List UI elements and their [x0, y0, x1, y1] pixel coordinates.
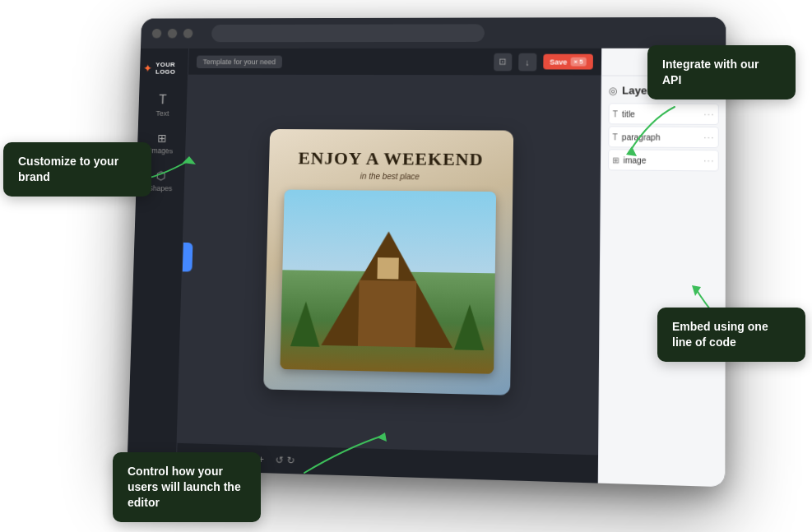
layer-image-left: ⊞ image: [612, 155, 646, 164]
canvas-area: Template for your need ⊡ ↓ Save × 5 ENJO…: [177, 49, 602, 483]
editor-container: ✦ YOUR LOGO T Text ⊞ Images ⬡ Shapes Tem…: [127, 49, 726, 488]
layer-title-left: T title: [613, 109, 635, 118]
save-button[interactable]: Save × 5: [543, 54, 593, 70]
browser-titlebar: [141, 17, 726, 49]
template-pill: Template for your need: [197, 55, 282, 68]
text-label: Text: [155, 109, 169, 118]
canvas-subtitle: in the best place: [360, 172, 420, 182]
callout-customize: Customize to your brand: [3, 142, 151, 197]
callout-api-text: Integrate with our API: [662, 58, 759, 86]
screen-icon[interactable]: ⊡: [494, 53, 512, 71]
redo-icon[interactable]: ↻: [286, 454, 295, 465]
logo-text: YOUR LOGO: [155, 61, 185, 75]
layer-title-name: title: [622, 109, 635, 118]
cabin-window: [375, 256, 400, 280]
layer-image-name: image: [624, 155, 647, 164]
layer-item-paragraph[interactable]: T paragraph ···: [608, 126, 719, 148]
layers-icon: ◎: [609, 85, 617, 96]
shapes-label: Shapes: [148, 184, 173, 192]
right-panel: ◎ Layers ∧ T title ··· T paragraph: [598, 49, 726, 488]
layer-title-type-icon: T: [613, 109, 618, 118]
callout-api: Integrate with our API: [647, 45, 796, 99]
browser-window: ✦ YOUR LOGO T Text ⊞ Images ⬡ Shapes Tem…: [127, 17, 726, 487]
design-canvas: ENJOY A WEEKEND in the best place: [263, 129, 513, 396]
layer-image-type-icon: ⊞: [612, 155, 619, 164]
logo-area: ✦ YOUR LOGO: [140, 57, 188, 81]
canvas-image: [280, 190, 496, 374]
layer-paragraph-type-icon: T: [612, 132, 617, 141]
text-icon: T: [159, 93, 167, 107]
cabin-front: [358, 280, 416, 348]
layer-title-options[interactable]: ···: [703, 109, 714, 120]
shapes-icon: ⬡: [155, 169, 165, 183]
layer-item-image[interactable]: ⊞ image ···: [608, 149, 719, 171]
canvas-content: ENJOY A WEEKEND in the best place: [178, 76, 601, 455]
canvas-handle[interactable]: [181, 243, 193, 272]
window-dot-3: [183, 29, 193, 39]
save-count: × 5: [570, 58, 587, 67]
tree-right: [454, 304, 485, 350]
layer-image-options[interactable]: ···: [703, 155, 714, 166]
layer-paragraph-name: paragraph: [622, 132, 661, 141]
callout-embed-text: Embed using one line of code: [672, 320, 768, 349]
images-label: Images: [150, 146, 174, 155]
undo-redo-group: ↺ ↻: [276, 454, 295, 466]
layer-item-title[interactable]: T title ···: [609, 103, 719, 125]
undo-icon[interactable]: ↺: [276, 454, 284, 465]
callout-embed: Embed using one line of code: [657, 308, 805, 362]
callout-launch: Control how your users will launch the e…: [113, 452, 261, 522]
layer-paragraph-left: T paragraph: [612, 132, 660, 141]
layer-paragraph-options[interactable]: ···: [703, 132, 714, 143]
canvas-title: ENJOY A WEEKEND: [298, 149, 483, 170]
logo-icon: ✦: [143, 62, 153, 74]
tree-left: [290, 301, 321, 347]
callout-customize-text: Customize to your brand: [18, 155, 118, 183]
images-icon: ⊞: [157, 132, 167, 145]
callout-launch-text: Control how your users will launch the e…: [128, 465, 241, 509]
window-dot-2: [168, 29, 178, 39]
download-icon[interactable]: ↓: [518, 53, 536, 71]
canvas-topbar: Template for your need ⊡ ↓ Save × 5: [188, 49, 601, 76]
window-dot-1: [152, 29, 162, 39]
save-label: Save: [550, 58, 567, 66]
toolbar-text[interactable]: T Text: [142, 86, 183, 124]
address-bar: [211, 24, 485, 42]
